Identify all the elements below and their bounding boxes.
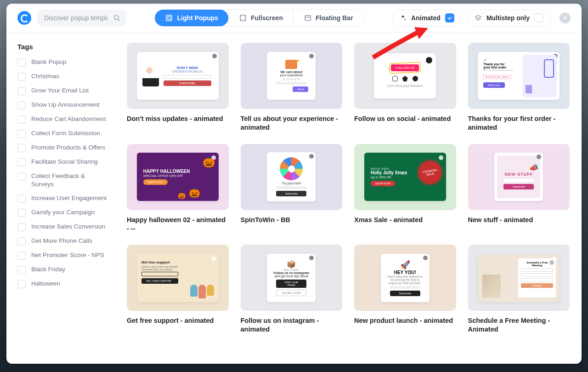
checkbox-icon — [17, 58, 26, 67]
svg-rect-3 — [168, 17, 170, 19]
light-popups-icon — [165, 14, 173, 22]
template-thumbnail: 📣NEW STUFFSubscribe — [468, 144, 570, 210]
tag-halloween[interactable]: Halloween — [17, 280, 108, 288]
template-title: Don't miss updates - animated — [127, 114, 229, 123]
template-card[interactable]: 📦WELCOMEFollow us on instagramand get mo… — [241, 245, 343, 334]
tag-label: Collect Feedback & Surveys — [31, 172, 108, 189]
tag-net-promoter-score-nps[interactable]: Net Promoter Score - NPS — [17, 251, 108, 260]
checkbox-icon — [17, 266, 26, 274]
template-thumbnail: ✓Thank you foryour first orderSave 25% o… — [468, 43, 570, 109]
tag-increase-sales-conversion[interactable]: Increase Sales Conversion — [17, 223, 108, 231]
tag-black-friday[interactable]: Black Friday — [17, 265, 108, 274]
template-title: Xmas Sale - animated — [354, 216, 456, 224]
animated-filter[interactable]: Animated — [392, 10, 461, 26]
template-title: Follow us on instagram - animated — [241, 316, 343, 334]
tag-label: Reduce Cart Abandonment — [31, 115, 106, 123]
animated-checkbox[interactable] — [445, 13, 454, 23]
tab-light-popups[interactable]: Light Popups — [155, 10, 228, 26]
svg-rect-5 — [305, 16, 311, 21]
template-thumbnail: FOLLOW US Let's show your followers — [354, 43, 456, 109]
template-title: Happy halloween 02 - animated - -- — [127, 216, 229, 233]
checkbox-icon — [17, 195, 26, 203]
template-thumbnail: Schedule a Free MeetingSchedule — [468, 245, 570, 311]
tag-gamify-your-campaign[interactable]: Gamify your Campaign — [17, 208, 108, 217]
template-title: Tell us about your experience - animated — [241, 114, 343, 132]
tag-label: Halloween — [31, 280, 60, 288]
template-card[interactable]: ★We care aboutyour experienceSend Tell u… — [241, 43, 343, 132]
tab-fullscreen[interactable]: Fullscreen — [228, 10, 293, 26]
template-card[interactable]: 🚀HEY YOU!Don't miss the chance to be amo… — [354, 245, 456, 334]
tag-grow-your-email-list[interactable]: Grow Your Email List — [17, 86, 108, 95]
tag-label: Increase Sales Conversion — [31, 223, 105, 231]
template-card[interactable]: HAPPY HALLOWEEN SPECIAL OFFER 10% OFF SH… — [127, 144, 229, 233]
checkbox-icon — [17, 223, 26, 231]
tag-label: Christmas — [31, 72, 59, 80]
template-card[interactable]: Schedule a Free MeetingSchedule Schedule… — [468, 245, 570, 334]
template-card[interactable]: SPECIAL OFFER Holly Jolly Xmas Up to 50%… — [354, 144, 456, 233]
template-thumbnail: Try your luck! Subscribe — [241, 144, 343, 210]
template-title: Follow us on social - animated — [354, 114, 456, 123]
template-thumbnail: HAPPY HALLOWEEN SPECIAL OFFER 10% OFF SH… — [127, 144, 229, 210]
svg-point-0 — [114, 16, 119, 20]
template-card[interactable]: DON'T MISSUPDATES FROM USSUBSCRIBE Don't… — [127, 43, 229, 132]
checkbox-icon — [17, 209, 26, 217]
checkbox-icon — [17, 87, 26, 95]
tag-collect-feedback-surveys[interactable]: Collect Feedback & Surveys — [17, 172, 108, 189]
svg-line-1 — [118, 19, 119, 21]
tag-label: Promote Products & Offers — [31, 143, 105, 152]
tab-floating-bar[interactable]: Floating Bar — [293, 10, 363, 26]
template-card[interactable]: ✓Thank you foryour first orderSave 25% o… — [468, 43, 570, 132]
tag-facilitate-social-sharing[interactable]: Facilitate Social Sharing — [17, 158, 108, 166]
tags-sidebar: Tags Blank PopupChristmasGrow Your Email… — [6, 33, 117, 364]
tag-label: Gamify your Campaign — [31, 208, 95, 217]
tag-label: Increase User Engagement — [31, 194, 107, 202]
tag-reduce-cart-abandonment[interactable]: Reduce Cart Abandonment — [17, 115, 108, 124]
tag-show-up-announcement[interactable]: Show Up Announcement — [17, 101, 108, 109]
tag-blank-popup[interactable]: Blank Popup — [17, 58, 108, 67]
template-thumbnail: ★We care aboutyour experienceSend — [241, 43, 343, 109]
template-title: Schedule a Free Meeting - Animated — [468, 316, 570, 334]
template-title: Get free support - animated — [127, 316, 229, 325]
floating-bar-icon — [304, 14, 312, 22]
template-thumbnail: 📦WELCOMEFollow us on instagramand get mo… — [241, 245, 343, 311]
template-card[interactable]: Try your luck! Subscribe SpinToWin - BB — [241, 144, 343, 233]
tag-promote-products-offers[interactable]: Promote Products & Offers — [17, 143, 108, 152]
fullscreen-icon — [239, 14, 247, 22]
close-icon — [562, 15, 568, 21]
multistep-checkbox[interactable] — [534, 13, 543, 23]
multistep-filter[interactable]: Multistep only — [468, 10, 550, 26]
template-thumbnail: Get free supportLeave us your e-mail to … — [127, 245, 229, 311]
search-icon — [113, 14, 120, 22]
tag-increase-user-engagement[interactable]: Increase User Engagement — [17, 194, 108, 203]
checkbox-icon — [17, 158, 26, 166]
svg-rect-2 — [166, 15, 172, 21]
template-card[interactable]: Get free supportLeave us your e-mail to … — [127, 245, 229, 334]
template-thumbnail: SPECIAL OFFER Holly Jolly Xmas Up to 50%… — [354, 144, 456, 210]
tag-label: Net Promoter Score - NPS — [31, 251, 104, 259]
checkbox-icon — [17, 252, 26, 260]
template-thumbnail: 🚀HEY YOU!Don't miss the chance to be amo… — [354, 245, 456, 311]
checkbox-icon — [17, 101, 26, 109]
template-card[interactable]: 📣NEW STUFFSubscribe New stuff - animated — [468, 144, 570, 233]
template-thumbnail: DON'T MISSUPDATES FROM USSUBSCRIBE — [127, 43, 229, 109]
checkbox-icon — [17, 144, 26, 152]
tag-collect-form-submission[interactable]: Collect Form Submission — [17, 129, 108, 138]
app-logo — [17, 11, 31, 25]
template-card[interactable]: FOLLOW US Let's show your followers Foll… — [354, 43, 456, 132]
tag-label: Get More Phone Calls — [31, 237, 92, 245]
tag-get-more-phone-calls[interactable]: Get More Phone Calls — [17, 237, 108, 246]
checkbox-icon — [17, 115, 26, 124]
tab-label: Light Popups — [177, 14, 218, 22]
tag-christmas[interactable]: Christmas — [17, 72, 108, 81]
close-button[interactable] — [560, 12, 571, 23]
filter-label: Multistep only — [486, 14, 530, 22]
checkbox-icon — [17, 237, 26, 246]
svg-marker-7 — [475, 15, 481, 18]
popup-type-segmented: Light Popups Fullscreen Floating Bar — [154, 9, 363, 27]
checkbox-icon — [17, 73, 26, 81]
tag-label: Collect Form Submission — [31, 129, 100, 137]
template-title: Thanks for your first order - animated — [468, 114, 570, 132]
checkbox-icon — [17, 280, 26, 288]
filter-label: Animated — [411, 14, 441, 22]
tag-label: Show Up Announcement — [31, 101, 100, 109]
